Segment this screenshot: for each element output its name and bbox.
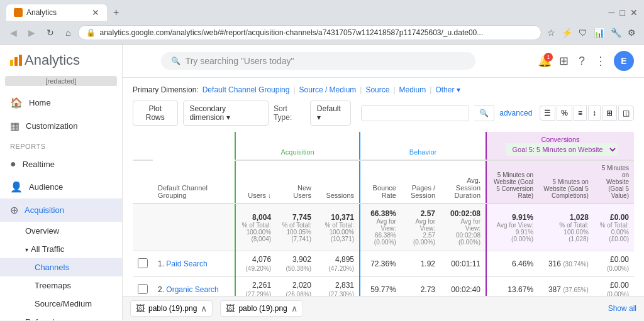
home-button[interactable]: ⌂ bbox=[62, 26, 74, 40]
totals-row: 8,004 % of Total: 100.00% (8,004) 7,745 … bbox=[133, 204, 634, 251]
table-view-button[interactable]: ☰ bbox=[540, 106, 555, 121]
total-users: 8,004 % of Total: 100.00% (8,004) bbox=[235, 204, 276, 251]
advanced-link[interactable]: advanced bbox=[499, 109, 532, 117]
avatar[interactable]: E bbox=[614, 51, 634, 71]
minimize-button[interactable]: ─ bbox=[609, 8, 615, 18]
search-bar[interactable]: 🔍 Try searching "Users today" bbox=[161, 52, 475, 70]
new-tab-button[interactable]: + bbox=[107, 4, 125, 21]
sidebar-item-customization[interactable]: ▦ Customization bbox=[0, 114, 122, 138]
sidebar-item-realtime[interactable]: ● Realtime bbox=[0, 153, 122, 175]
total-bounce-rate: 66.38% Avg for View: 66.38% (0.00%) bbox=[360, 204, 401, 251]
sidebar-header: Analytics bbox=[0, 45, 122, 76]
search-placeholder-text: Try searching "Users today" bbox=[186, 56, 294, 66]
sidebar-item-treemaps[interactable]: Treemaps bbox=[0, 276, 122, 295]
row-sessions-1: 4,895 (47.20%) bbox=[316, 251, 360, 277]
back-button[interactable]: ◀ bbox=[6, 26, 21, 40]
acquisition-icon: ⊕ bbox=[10, 204, 18, 216]
forward-button[interactable]: ▶ bbox=[25, 26, 39, 40]
sidebar-item-channels[interactable]: Channels bbox=[0, 258, 122, 276]
ga-logo: Analytics bbox=[10, 52, 80, 68]
file-icon-2: 🖼 bbox=[226, 303, 235, 313]
percent-view-button[interactable]: % bbox=[557, 106, 572, 121]
content-area: Primary Dimension: Default Channel Group… bbox=[123, 78, 644, 296]
sidebar-item-acquisition[interactable]: ⊕ Acquisition bbox=[0, 199, 122, 222]
download-item-2[interactable]: 🖼 pablo (19).png ∧ bbox=[220, 300, 303, 317]
dimension-medium[interactable]: Medium bbox=[399, 85, 426, 94]
header-new-users[interactable]: New Users bbox=[276, 160, 316, 204]
dimension-source[interactable]: Source bbox=[365, 85, 389, 94]
row-check-2[interactable] bbox=[133, 277, 153, 297]
download-filename-2: pablo (19).png bbox=[238, 304, 287, 313]
sidebar-item-referrals[interactable]: Referrals bbox=[0, 313, 122, 320]
total-sessions: 10,371 % of Total: 100.00% (10,371) bbox=[316, 204, 360, 251]
dimension-other-dropdown[interactable]: Other ▾ bbox=[435, 85, 460, 94]
address-text: analytics.google.com/analytics/web/#/rep… bbox=[99, 28, 533, 37]
sidebar-item-home[interactable]: 🏠 Home bbox=[0, 91, 122, 114]
goal-select[interactable]: Goal 5: 5 Minutes on Website bbox=[506, 143, 618, 156]
extension-btn-5[interactable]: ⚙ bbox=[626, 26, 638, 40]
bookmark-button[interactable]: ☆ bbox=[545, 26, 557, 40]
audience-label: Audience bbox=[29, 182, 63, 192]
ga-bar-3 bbox=[19, 55, 22, 66]
header-bounce-rate[interactable]: Bounce Rate bbox=[360, 160, 401, 204]
close-download-1[interactable]: ∧ bbox=[201, 303, 207, 313]
row-bounce-2: 59.77% bbox=[360, 277, 401, 297]
header-pages-session[interactable]: Pages / Session bbox=[401, 160, 440, 204]
header-sessions[interactable]: Sessions bbox=[316, 160, 360, 204]
total-check bbox=[133, 204, 153, 251]
lifetime-view-button[interactable]: ◫ bbox=[618, 106, 634, 121]
show-all-link[interactable]: Show all bbox=[608, 304, 636, 313]
sidebar-item-source-medium[interactable]: Source/Medium bbox=[0, 295, 122, 313]
notifications-button[interactable]: 🔔 1 bbox=[538, 54, 552, 68]
sidebar-item-all-traffic[interactable]: ▾All Traffic bbox=[0, 240, 122, 258]
address-bar[interactable]: 🔒 analytics.google.com/analytics/web/#/r… bbox=[78, 25, 541, 40]
row-avg-1: 00:01:11 bbox=[440, 251, 486, 277]
header-avg-session[interactable]: Avg. Session Duration bbox=[440, 160, 486, 204]
dimension-default-channel[interactable]: Default Channel Grouping bbox=[203, 85, 290, 94]
close-window-button[interactable]: ✕ bbox=[630, 8, 638, 18]
top-bar: 🔍 Try searching "Users today" 🔔 1 ⊞ ? ⋮ … bbox=[123, 45, 644, 78]
performance-view-button[interactable]: ≡ bbox=[574, 106, 587, 121]
sort-type-value: Default ▾ bbox=[317, 104, 344, 122]
sidebar-item-audience[interactable]: 👤 Audience bbox=[0, 175, 122, 199]
tab-close-button[interactable]: ✕ bbox=[92, 8, 99, 18]
ga-bar-2 bbox=[14, 57, 18, 66]
table-search-button[interactable]: 🔍 bbox=[474, 105, 494, 121]
comparison-view-button[interactable]: ↕ bbox=[588, 106, 601, 121]
extension-btn-3[interactable]: 📊 bbox=[592, 26, 606, 40]
help-button[interactable]: ? bbox=[576, 52, 587, 70]
file-icon-1: 🖼 bbox=[136, 303, 145, 313]
pivot-view-button[interactable]: ⊞ bbox=[602, 106, 617, 121]
header-completions[interactable]: 5 Minutes on Website (Goal 5 Completions… bbox=[538, 160, 594, 204]
app-title: Analytics bbox=[25, 52, 80, 68]
row-check-1[interactable] bbox=[133, 251, 153, 277]
refresh-button[interactable]: ↻ bbox=[43, 26, 58, 40]
download-item-1[interactable]: 🖼 pablo (19).png ∧ bbox=[130, 300, 213, 317]
paid-search-link[interactable]: Paid Search bbox=[166, 259, 207, 268]
browser-tab[interactable]: Analytics ✕ bbox=[6, 4, 107, 21]
dimension-source-medium[interactable]: Source / Medium bbox=[299, 85, 357, 94]
extension-btn-4[interactable]: 🔧 bbox=[609, 26, 623, 40]
total-new-users: 7,745 % of Total: 100.05% (7,741) bbox=[276, 204, 316, 251]
close-download-2[interactable]: ∧ bbox=[291, 303, 297, 313]
primary-dimension-label: Primary Dimension: bbox=[133, 85, 199, 94]
extension-btn-1[interactable]: ⚡ bbox=[560, 26, 574, 40]
sidebar-item-overview[interactable]: Overview bbox=[0, 222, 122, 240]
tab-favicon bbox=[14, 8, 23, 17]
header-value[interactable]: 5 Minutes on Website (Goal 5 Value) bbox=[594, 160, 634, 204]
organic-search-link[interactable]: Organic Search bbox=[166, 285, 218, 294]
header-conv-rate[interactable]: 5 Minutes on Website (Goal 5 Conversion … bbox=[486, 160, 538, 204]
all-traffic-label: All Traffic bbox=[31, 244, 64, 254]
sort-type-dropdown[interactable]: Default ▾ bbox=[310, 101, 351, 126]
toolbar: Plot Rows Secondary dimension ▾ Sort Typ… bbox=[133, 101, 634, 126]
view-icons: ☰ % ≡ ↕ ⊞ ◫ bbox=[540, 106, 634, 121]
row-new-users-2: 2,020 (26.08%) bbox=[276, 277, 316, 297]
table-search-input[interactable] bbox=[361, 105, 469, 121]
header-users[interactable]: Users ↓ bbox=[235, 160, 276, 204]
apps-button[interactable]: ⊞ bbox=[557, 52, 571, 70]
more-options-button[interactable]: ⋮ bbox=[592, 52, 609, 70]
extension-btn-2[interactable]: 🛡 bbox=[577, 26, 589, 40]
secondary-dimension-dropdown[interactable]: Secondary dimension ▾ bbox=[183, 101, 269, 126]
maximize-button[interactable]: □ bbox=[620, 8, 625, 18]
plot-rows-button[interactable]: Plot Rows bbox=[133, 101, 178, 126]
